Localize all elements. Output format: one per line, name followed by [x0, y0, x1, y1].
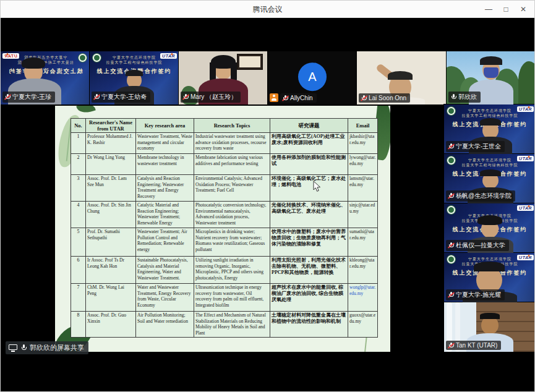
table-header-row: No. Researcher's Name from UTAR Key rese…: [71, 119, 378, 133]
table-row: 4 Assoc. Prof. Dr. Sin Jin Chung Catalyt…: [71, 202, 378, 228]
video-tile-yangfan[interactable]: UTAR 宁夏大学生态环境学院 拉曼大学工程与绿色科技学院 线上交流会议暨合作签…: [444, 154, 535, 203]
mouse-cursor: [313, 181, 321, 192]
minimize-button[interactable]: —: [480, 1, 497, 18]
participant-name-label: 宁夏大学-王世全: [446, 141, 505, 152]
utar-logo-mirrored: UTAR: [2, 53, 19, 59]
col-area: Key research area: [136, 119, 194, 133]
university-logo: [92, 53, 101, 62]
video-tile-allychin[interactable]: A AllyChin: [268, 51, 357, 104]
participant-name-label: Tan KT (UTAR): [446, 341, 501, 350]
col-topics-zh: 研究课题: [270, 119, 348, 133]
participant-name-label: Lai Soon Onn: [359, 93, 410, 103]
window-controls: — □ ✕: [480, 1, 532, 18]
video-tile-tankt[interactable]: Tan KT (UTAR): [444, 302, 535, 352]
participant-name-label: 宁夏大学-王幼奇: [92, 92, 150, 103]
video-tile-guoxinxin[interactable]: 郭欣欣: [447, 51, 535, 104]
mic-icon: [20, 344, 27, 352]
university-logo: [447, 205, 456, 215]
table-row: 7 ChM. Dr. Wong Lai Peng Water and Waste…: [71, 284, 378, 312]
university-logo: [447, 106, 456, 116]
participant-name-label: 杨帆@生态环境学院: [446, 190, 515, 202]
university-logo: [447, 255, 456, 264]
avatar: A: [298, 62, 327, 91]
participant-name-label: Mary （赵玉玲）: [181, 92, 241, 103]
mic-muted-icon: [448, 292, 454, 299]
mic-muted-icon: [448, 242, 454, 249]
mic-muted-icon: [182, 94, 189, 101]
video-tile-wangyouqi[interactable]: UTAR 宁夏大学生态环境学院 拉曼大学工程与绿色科技学院 线上交流会议暨合作签…: [90, 51, 179, 104]
window-title: 腾讯会议: [1, 4, 534, 15]
close-button[interactable]: ✕: [515, 1, 532, 18]
utar-logo: UTAR: [517, 106, 534, 112]
tencent-meeting-window: 腾讯会议 — □ ✕ UTAR 宁夏大学生态环境学院 拉曼大学工程与绿色科技学院…: [0, 0, 535, 392]
utar-logo: UTAR: [517, 205, 534, 211]
table-row: 8 Assoc. Prof. Dr. Guo Xinxin Air Pollut…: [71, 312, 378, 338]
participant-name-label: 郭欣欣: [448, 92, 481, 103]
video-tile-wangshiquan[interactable]: UTAR 宁夏大学生态环境学院 拉曼大学工程与绿色科技学院 线上交流会议暨合作签…: [444, 104, 535, 154]
shared-screen: No. Researcher's Name from UTAR Key rese…: [55, 106, 390, 352]
screen-share-icon: [9, 344, 17, 352]
table-row: 2 Dr Wong Ling Yong Membrane technology …: [71, 154, 378, 175]
participant-name-label: 宁夏大学-施光耀: [446, 289, 505, 300]
utar-logo: UTAR: [517, 255, 534, 260]
participant-name-label: AllyChin: [280, 93, 317, 103]
profile-icon: [270, 93, 278, 102]
researchers-table: No. Researcher's Name from UTAR Key rese…: [71, 118, 378, 338]
screen-share-indicator: 郭欣欣的屏幕共享: [6, 341, 88, 354]
video-tile-mary[interactable]: Mary （赵玉玲）: [179, 51, 268, 104]
table-row: 3 Assoc. Prof. Dr. Lam Sze Mun Catalysis…: [71, 175, 378, 202]
video-tile-dupeiyi[interactable]: UTAR 宁夏大学生态环境学院 拉曼大学工程与绿色科技学院 线上交流会议暨合作签…: [444, 203, 535, 253]
col-topics: Research Topics: [194, 119, 270, 133]
title-bar: 腾讯会议 — □ ✕: [1, 1, 534, 18]
mic-on-icon: [450, 94, 456, 101]
participant-name-label: 杜佩仪—拉曼大学: [446, 240, 509, 251]
table-row: 5 Prof. Dr. Sumathi Sethupathi Wastewate…: [71, 228, 378, 257]
face-mask: [484, 67, 499, 78]
video-tile-laisoononn[interactable]: Lai Soon Onn: [357, 51, 447, 104]
col-email: Email: [348, 119, 378, 133]
email-link: wonglp@utar.edu.my: [348, 284, 378, 312]
picture-frame: [237, 54, 263, 70]
mic-muted-icon: [448, 193, 454, 200]
video-tile-wangzhen[interactable]: UTAR 宁夏大学生态环境学院 拉曼大学工程与绿色科技学院 线上交流会议暨合作签…: [1, 51, 90, 104]
mic-muted-icon: [93, 94, 100, 101]
participant-name-label: 宁夏大学-王珍: [2, 92, 55, 103]
table-row: 1 Professor Mohammed J. K. Bashir Wastew…: [71, 133, 378, 154]
university-logo: [447, 156, 456, 165]
university-logo: [78, 53, 87, 62]
mic-muted-icon: [448, 143, 454, 150]
maximize-button[interactable]: □: [497, 1, 515, 18]
mic-muted-icon: [448, 342, 454, 349]
utar-logo: UTAR: [517, 156, 534, 161]
mic-muted-icon: [4, 94, 11, 101]
utar-logo: UTAR: [160, 53, 177, 59]
video-tile-shiguangyao[interactable]: UTAR 宁夏大学生态环境学院 拉曼大学工程与绿色科技学院 线上交流会议暨合作签…: [444, 253, 535, 302]
table-row: 6 Ir Assoc. Prof Ts Dr Leong Kah Hon Sus…: [71, 257, 378, 284]
mic-muted-icon: [361, 95, 367, 101]
leaf-decoration: [76, 106, 96, 116]
mic-muted-icon: [282, 95, 288, 101]
col-no: No.: [71, 119, 86, 133]
col-name: Researcher's Name from UTAR: [86, 119, 136, 133]
